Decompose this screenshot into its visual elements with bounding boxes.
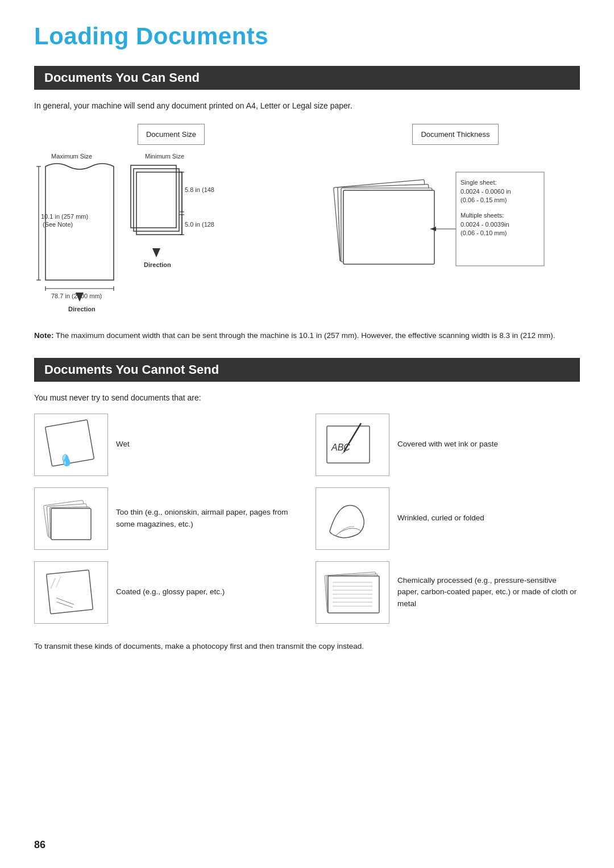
svg-text:Direction: Direction — [68, 306, 96, 312]
cannot-send-intro: You must never try to send documents tha… — [34, 393, 580, 402]
svg-line-54 — [55, 577, 62, 587]
svg-text:Single sheet:: Single sheet: — [460, 179, 497, 186]
intro-text: In general, your machine will send any d… — [34, 101, 580, 110]
wrinkled-paper-icon — [316, 487, 389, 550]
svg-text:ABC: ABC — [331, 443, 350, 452]
diagram-labels-row: Document Size Document Thickness — [34, 124, 580, 149]
section-cannot-send: Documents You Cannot Send You must never… — [34, 358, 580, 650]
note-bold: Note: — [34, 331, 54, 340]
list-item: 💧 Wet — [34, 414, 298, 476]
svg-text:Multiple sheets:: Multiple sheets: — [460, 212, 504, 219]
chemical-label: Chemically processed (e.g., pressure-sen… — [397, 575, 580, 610]
doc-size-svg: Maximum Size Minimum Size 10.1 in (257 m… — [34, 149, 216, 314]
svg-text:(See Note): (See Note) — [43, 221, 73, 228]
diagrams-row: Maximum Size Minimum Size 10.1 in (257 m… — [34, 149, 580, 316]
svg-rect-29 — [343, 190, 434, 264]
svg-rect-15 — [136, 172, 182, 235]
svg-rect-49 — [51, 508, 91, 540]
ink-label: Covered with wet ink or paste — [397, 439, 580, 450]
page-number: 86 — [34, 839, 45, 851]
svg-text:5.0 in (128 mm): 5.0 in (128 mm) — [185, 221, 216, 228]
ink-pen-icon: ABC — [316, 414, 389, 476]
wet-paper-icon: 💧 — [34, 414, 108, 476]
section-header-cannot-send: Documents You Cannot Send — [34, 358, 580, 382]
svg-text:5.8 in (148 mm): 5.8 in (148 mm) — [185, 186, 216, 193]
thin-label: Too thin (e.g., onionskin, airmail paper… — [116, 507, 298, 530]
wet-label: Wet — [116, 439, 298, 450]
doc-size-label: Document Size — [138, 124, 205, 145]
coated-paper-icon — [34, 561, 108, 624]
list-item: Too thin (e.g., onionskin, airmail paper… — [34, 487, 298, 550]
svg-text:0.0024 - 0.0039in: 0.0024 - 0.0039in — [460, 221, 509, 228]
doc-thickness-diagram: Single sheet: 0.0024 - 0.0060 in (0.06 -… — [331, 149, 580, 316]
coated-label: Coated (e.g., glossy paper, etc.) — [116, 586, 298, 598]
wrinkled-label: Wrinkled, curled or folded — [397, 512, 580, 524]
svg-rect-14 — [134, 169, 179, 231]
svg-line-52 — [57, 600, 73, 610]
note-content: The maximum document width that can be s… — [56, 331, 555, 340]
thin-paper-icon — [34, 487, 108, 550]
svg-rect-13 — [131, 165, 176, 228]
svg-text:💧: 💧 — [60, 454, 73, 467]
list-item: Coated (e.g., glossy paper, etc.) — [34, 561, 298, 624]
svg-text:(0.06 - 0.10 mm): (0.06 - 0.10 mm) — [460, 229, 507, 236]
chemical-paper-icon — [316, 561, 389, 624]
svg-marker-24 — [152, 248, 160, 257]
list-item: ABC Covered with wet ink or paste — [316, 414, 580, 476]
svg-text:0.0024 - 0.0060 in: 0.0024 - 0.0060 in — [460, 188, 511, 195]
note-text: Note: The maximum document width that ca… — [34, 329, 580, 342]
svg-rect-50 — [47, 570, 93, 614]
cannot-send-items: 💧 Wet ABC Covered with wet ink or paste — [34, 414, 580, 629]
svg-line-53 — [49, 578, 56, 589]
section-can-send: Documents You Can Send In general, your … — [34, 66, 580, 342]
footer-text: To transmit these kinds of documents, ma… — [34, 642, 580, 650]
section-header-can-send: Documents You Can Send — [34, 66, 580, 90]
svg-text:Direction: Direction — [144, 261, 171, 268]
svg-text:(0.06 - 0.15 mm): (0.06 - 0.15 mm) — [460, 197, 507, 203]
page-title: Loading Documents — [34, 23, 580, 50]
doc-size-diagram: Maximum Size Minimum Size 10.1 in (257 m… — [34, 149, 308, 316]
list-item: Wrinkled, curled or folded — [316, 487, 580, 550]
list-item: Chemically processed (e.g., pressure-sen… — [316, 561, 580, 624]
svg-text:Minimum Size: Minimum Size — [145, 153, 184, 160]
doc-thickness-label: Document Thickness — [412, 124, 498, 145]
doc-thickness-svg: Single sheet: 0.0024 - 0.0060 in (0.06 -… — [331, 149, 547, 314]
svg-text:10.1 in (257 mm): 10.1 in (257 mm) — [41, 213, 88, 220]
svg-text:Maximum Size: Maximum Size — [51, 153, 92, 160]
svg-rect-32 — [456, 172, 544, 266]
